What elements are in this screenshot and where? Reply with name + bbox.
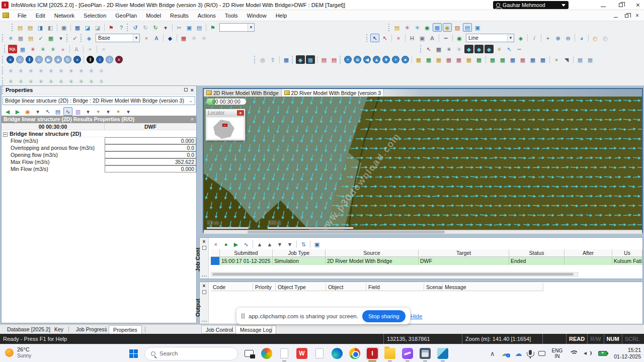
find-time-alt-icon[interactable]: ◴ — [601, 34, 610, 42]
job-up-icon[interactable]: ▲ — [265, 240, 274, 248]
taskbar-movies-tv-icon[interactable] — [436, 347, 449, 360]
bucket-icon[interactable]: ◥ — [562, 55, 571, 64]
stop-sharing-button[interactable]: Stop sharing — [362, 310, 406, 322]
paste-icon[interactable]: ▤ — [195, 23, 204, 32]
locator-titlebar[interactable]: Locator x — [206, 109, 245, 117]
download-icon[interactable]: ↓ — [106, 56, 113, 63]
output-column-object-type[interactable]: Object Type — [276, 283, 326, 291]
link-mode-icon[interactable]: ◈ — [85, 34, 94, 42]
clear-results-icon[interactable]: × — [86, 45, 95, 53]
select-label-icon[interactable]: A — [428, 34, 437, 42]
import-icon[interactable]: ◨ — [36, 23, 45, 32]
menu-window[interactable]: Window — [243, 13, 271, 19]
property-value[interactable]: 0.0 — [105, 144, 196, 151]
flag-tool-icon[interactable]: ⚑ — [208, 23, 217, 32]
volume-icon[interactable] — [584, 350, 592, 356]
long-section-icon[interactable]: ▤ — [319, 55, 329, 64]
table-open-icon[interactable]: ▦ — [498, 55, 507, 64]
job-monitor-icon[interactable]: ▣ — [312, 240, 321, 248]
gear-green-8-icon[interactable]: ✳ — [76, 77, 86, 85]
onedrive-icon[interactable]: ☁ — [515, 349, 522, 357]
child-minimize-button[interactable] — [614, 13, 618, 19]
notes-toggle-icon[interactable]: ▤ — [463, 23, 472, 32]
menu-model[interactable]: Model — [141, 13, 166, 19]
aggregate-icon[interactable]: A — [72, 45, 81, 53]
label-tools-icon[interactable]: ✳ — [413, 23, 422, 32]
job-close-icon[interactable]: × — [211, 240, 220, 248]
compare-icon[interactable]: ◆ — [166, 34, 175, 42]
info-icon[interactable]: i — [96, 56, 104, 63]
gear-blue-6-icon[interactable]: ✳ — [56, 66, 65, 75]
prop-theme-dropdown-icon[interactable]: ▾ — [84, 107, 93, 116]
grid-new-icon[interactable]: ▦ — [414, 55, 423, 64]
minimize-button[interactable] — [601, 0, 606, 10]
water-quality-icon[interactable]: ◉ — [423, 23, 432, 32]
select-grid-icon[interactable]: ▦ — [434, 45, 443, 53]
add-grid-icon[interactable]: ▦ — [46, 34, 55, 42]
no-entry-icon[interactable]: × — [115, 56, 123, 63]
grid-open-icon[interactable]: ▦ — [424, 55, 433, 64]
properties-group-row[interactable]: −Bridge linear structure (2D) — [2, 130, 196, 137]
grid-dropdown-icon[interactable]: ▾ — [56, 34, 65, 42]
output-column-object[interactable]: Object — [326, 283, 366, 291]
job-down-icon[interactable]: ▼ — [275, 240, 284, 248]
prop-locate-icon[interactable]: ◉ — [23, 107, 32, 116]
job-start-icon[interactable]: ▶ — [231, 240, 240, 248]
properties-object-selector[interactable]: Bridge linear structure (2D) : Bridge : … — [3, 96, 195, 105]
background-image-icon[interactable]: ▨ — [453, 23, 462, 32]
prop-tools-dropdown-icon[interactable]: ▾ — [104, 107, 113, 116]
pause-icon[interactable]: ‖ — [26, 56, 33, 63]
close-button[interactable]: × — [636, 0, 640, 10]
menu-help[interactable]: Help — [271, 13, 292, 19]
deselect-all-icon[interactable]: × — [394, 34, 403, 42]
fast-forward-icon[interactable]: » — [73, 56, 81, 63]
long-section2-icon[interactable]: ▤ — [330, 55, 339, 64]
trace-connected-icon[interactable]: ✳ — [48, 45, 57, 53]
gear-blue-10-icon[interactable]: ✳ — [97, 66, 106, 75]
table-del-icon[interactable]: ▦ — [518, 55, 527, 64]
taskbar-file-explorer-icon[interactable] — [383, 347, 396, 360]
find-time-icon[interactable]: ◴ — [591, 34, 600, 42]
gear-green-4-icon[interactable]: ✳ — [36, 77, 45, 85]
zoom-in-icon[interactable]: ⊕ — [553, 34, 562, 42]
job-column-job-type[interactable]: Job Type — [273, 249, 326, 257]
line-combo[interactable]: Line▼ — [466, 34, 514, 42]
help-icon[interactable]: ? — [117, 23, 126, 32]
gear-blue-1-icon[interactable]: ✳ — [6, 66, 15, 75]
taskbar-copilot-icon[interactable] — [260, 347, 273, 360]
scrollbar-thumb[interactable] — [212, 273, 574, 276]
taskbar-chrome-icon[interactable] — [348, 347, 361, 360]
select-theme-icon[interactable]: ◉ — [455, 34, 464, 42]
bottom-tab-properties[interactable]: Properties — [109, 325, 142, 334]
grid-save-icon[interactable]: ▦ — [434, 55, 443, 64]
prop-forward-icon[interactable]: ▶ — [13, 107, 22, 116]
taskbar-clipchamp-icon[interactable] — [401, 347, 414, 360]
table-cursor-icon[interactable]: ▦ — [306, 55, 315, 64]
validate-network-icon[interactable]: ✓ — [70, 34, 79, 42]
geoplan-tab-2[interactable]: 2D River Model With Bridge (version 3 — [282, 89, 384, 97]
new-window-icon[interactable]: ▤ — [392, 23, 401, 32]
grid-del2-icon[interactable]: ▦ — [454, 55, 463, 64]
locator-map[interactable]: – — [207, 118, 244, 139]
overview-icon[interactable]: ◕ — [577, 34, 586, 42]
prop-pointer-icon[interactable]: ↖ — [43, 107, 52, 116]
geoplan-tab-1[interactable]: 2D River Model With Bridge — [204, 89, 282, 97]
deselect-polygon-icon[interactable]: ↖ — [424, 45, 433, 53]
gear-green-5-icon[interactable]: ✳ — [46, 77, 55, 85]
commit-icon[interactable]: ◪ — [83, 23, 92, 32]
bottom-tab-key[interactable]: Key — [50, 325, 67, 334]
play-icon[interactable]: ▶ — [45, 56, 52, 63]
output-panel-pin-checkbox[interactable] — [202, 290, 206, 294]
drag-handle[interactable] — [202, 321, 207, 323]
flag-point-icon[interactable]: ⇧ — [268, 55, 277, 64]
nav-left-icon[interactable]: ◀ — [363, 56, 371, 63]
validate-icon[interactable]: ⚑ — [107, 23, 116, 32]
property-value[interactable]: 352.622 — [105, 158, 196, 165]
job-horizontal-scrollbar[interactable] — [211, 272, 578, 277]
menu-selection[interactable]: Selection — [79, 13, 111, 19]
prop-key-icon[interactable]: ✦ — [114, 107, 123, 116]
pane-icon[interactable]: ▦ — [576, 55, 585, 64]
menu-results[interactable]: Results — [166, 13, 193, 19]
sql-icon[interactable]: SQL — [8, 45, 17, 53]
layers-toggle-icon[interactable]: ▦ — [433, 23, 442, 32]
